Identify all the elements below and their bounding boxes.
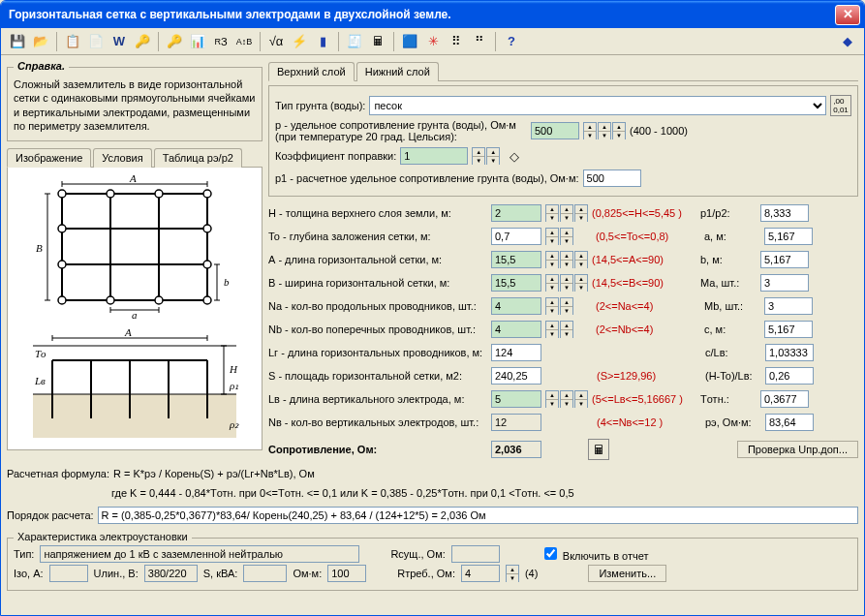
bolt-icon[interactable]: ⚡: [289, 31, 310, 52]
help-text: Сложный заземлитель в виде горизонтально…: [14, 77, 256, 133]
param-row: Lв - длина вертикального электрода, м:▲▼…: [268, 388, 858, 410]
paste-icon[interactable]: 📄: [85, 31, 107, 52]
char-ulin-label: Uлин., В:: [94, 568, 139, 579]
char-om-value: [327, 565, 366, 582]
param-input[interactable]: [491, 344, 541, 361]
param-input[interactable]: [491, 204, 541, 222]
svg-rect-0: [62, 194, 207, 300]
rz-icon[interactable]: RЗ: [210, 31, 232, 52]
palette-icon[interactable]: 🟦: [399, 31, 420, 52]
key2-icon[interactable]: 🔑: [164, 31, 185, 52]
tab-bottom-layer[interactable]: Нижний слой: [356, 62, 439, 81]
svg-point-10: [203, 225, 211, 232]
ab-icon[interactable]: A↕B: [233, 31, 255, 52]
svg-text:Tо: Tо: [35, 348, 46, 359]
soil-p1-label: p1 - расчетное удельное сопротивление гр…: [275, 172, 579, 184]
param-spinner[interactable]: ▲▼: [560, 274, 573, 292]
param-hint: (2<=Na<=4): [596, 300, 700, 312]
param-spinner[interactable]: ▲▼: [560, 228, 573, 245]
edit-button[interactable]: Изменить...: [588, 565, 666, 582]
soil-k-reset-icon[interactable]: ◇: [504, 145, 525, 167]
grid1-icon[interactable]: ⠿: [446, 31, 467, 52]
check-voltage-button[interactable]: Проверка Uпр.доп...: [737, 441, 858, 458]
param-spinner[interactable]: ▲▼: [545, 204, 559, 222]
tab-image[interactable]: Изображение: [7, 148, 91, 168]
tab-conditions[interactable]: Условия: [93, 148, 151, 168]
param-spinner[interactable]: ▲▼: [545, 321, 559, 338]
param-hint: (14,5<=B<=90): [592, 277, 696, 289]
param-hint: (0,825<=H<=5,45 ): [592, 207, 696, 219]
soil-p-spinners[interactable]: ▲▼▲▼▲▼: [583, 122, 626, 139]
tab-top-layer[interactable]: Верхний слой: [268, 62, 355, 81]
param-row: S - площадь горизонтальной сетки, м2:(S>…: [268, 365, 858, 386]
param-spinner[interactable]: ▲▼: [545, 274, 559, 292]
param-result-label: p1/p2:: [700, 207, 757, 219]
param-spinner[interactable]: ▲▼: [545, 228, 559, 245]
svg-point-11: [58, 261, 66, 268]
doc-icon[interactable]: 🧾: [344, 31, 365, 52]
svg-point-7: [155, 190, 163, 198]
grid2-icon[interactable]: ⠛: [469, 31, 490, 52]
close-button[interactable]: ✕: [835, 5, 860, 25]
param-result-value: [764, 228, 813, 245]
param-result-value: [765, 414, 814, 431]
svg-text:ρ₂: ρ₂: [229, 418, 239, 430]
param-input[interactable]: [491, 228, 541, 245]
eraser-icon[interactable]: ◆: [837, 31, 858, 52]
include-checkbox[interactable]: [544, 547, 557, 560]
save-icon[interactable]: 💾: [7, 31, 28, 52]
param-spinner[interactable]: ▲▼: [574, 274, 588, 292]
param-row: H - толщина верхнего слоя земли, м:▲▼▲▼▲…: [268, 202, 858, 224]
char-ulin-value: [144, 565, 198, 582]
sqrt-icon[interactable]: √α: [265, 31, 287, 52]
open-icon[interactable]: 📂: [30, 31, 51, 52]
param-input[interactable]: [491, 251, 541, 268]
param-label: Nb - кол-во поперечных проводников, шт.:: [268, 323, 487, 335]
params-grid: H - толщина верхнего слоя земли, м:▲▼▲▼▲…: [268, 202, 858, 433]
tab-table[interactable]: Таблица рэ/р2: [154, 148, 242, 168]
include-checkbox-label[interactable]: Включить в отчет: [541, 544, 649, 563]
param-input[interactable]: [491, 274, 541, 292]
param-spinner[interactable]: ▲▼: [574, 204, 588, 222]
key1-icon[interactable]: 🔑: [132, 31, 153, 52]
soil-k-spinners[interactable]: ▲▼▲▼: [472, 147, 500, 165]
param-label: S - площадь горизонтальной сетки, м2:: [268, 370, 487, 382]
char-rt-spinner[interactable]: ▲▼: [506, 565, 519, 582]
soil-type-select[interactable]: песок: [369, 96, 826, 115]
flag-icon[interactable]: ▮: [312, 31, 333, 52]
param-spinner[interactable]: ▲▼: [560, 251, 573, 268]
chart-icon[interactable]: 📊: [187, 31, 208, 52]
param-spinner[interactable]: ▲▼: [574, 251, 588, 268]
precision-icon[interactable]: ,000,01: [830, 95, 851, 116]
grid-diagram: A B b a: [23, 174, 246, 320]
param-input[interactable]: [491, 321, 541, 338]
param-spinner[interactable]: ▲▼: [560, 204, 573, 222]
param-spinner[interactable]: ▲▼: [560, 390, 573, 408]
soil-p1-output: [583, 169, 641, 187]
param-spinner[interactable]: ▲▼: [560, 321, 573, 338]
param-input[interactable]: [491, 367, 541, 385]
soil-p-input[interactable]: [531, 122, 579, 139]
param-input[interactable]: [491, 390, 541, 408]
word-icon[interactable]: W: [108, 31, 130, 52]
param-spinner[interactable]: ▲▼: [545, 251, 559, 268]
svg-text:ρ₁: ρ₁: [229, 380, 238, 391]
soil-k-input[interactable]: [400, 147, 468, 165]
calc-button-icon[interactable]: 🖩: [588, 439, 609, 460]
param-spinner[interactable]: ▲▼: [545, 297, 559, 315]
soil-p-label: p - удельное сопротивление грунта (воды)…: [275, 119, 527, 142]
svg-point-15: [155, 296, 163, 304]
char-s-label: S, кВА:: [203, 568, 238, 579]
param-spinner[interactable]: ▲▼: [545, 390, 559, 408]
param-spinner[interactable]: ▲▼: [574, 390, 588, 408]
svg-rect-25: [33, 394, 236, 438]
param-spinner[interactable]: ▲▼: [560, 297, 573, 315]
calc-icon[interactable]: 🖩: [367, 31, 388, 52]
param-result-value: [760, 390, 809, 408]
param-input[interactable]: [491, 297, 541, 315]
char-rs-label: Rсущ., Ом:: [390, 548, 445, 560]
spark-icon[interactable]: ✳: [422, 31, 444, 52]
help-icon[interactable]: ?: [501, 31, 522, 52]
copy-icon[interactable]: 📋: [62, 31, 83, 52]
param-hint: (0,5<=To<=0,8): [596, 231, 700, 242]
